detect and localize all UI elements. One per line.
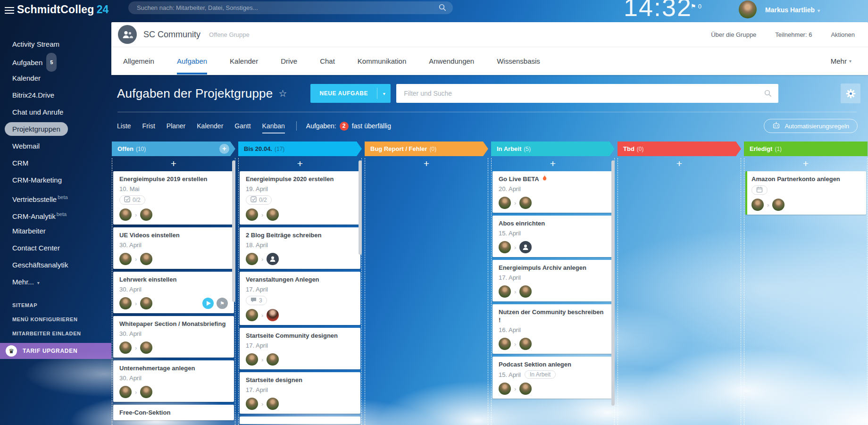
add-card-button[interactable]: +	[619, 158, 740, 169]
task-card[interactable]: Amazon Partnerkonto anlegen›	[745, 171, 866, 215]
start-task-button[interactable]	[202, 298, 214, 309]
sidebar-item-aufgaben[interactable]: Aufgaben5	[0, 53, 111, 70]
creator-avatar[interactable]	[246, 353, 258, 366]
settings-gear-button[interactable]	[841, 83, 860, 103]
assignee-avatar[interactable]	[519, 338, 532, 350]
user-menu[interactable]: Markus Hartlieb▾	[765, 6, 820, 14]
assignee-avatar[interactable]	[267, 398, 279, 410]
add-card-button[interactable]: +	[240, 158, 360, 169]
global-search-input[interactable]	[128, 1, 453, 14]
column-scrollbar[interactable]	[359, 160, 362, 255]
task-card[interactable]: UE Videos einstellen30. April›	[113, 227, 234, 269]
sidebar-item-projektgruppen[interactable]: Projektgruppen	[0, 121, 111, 138]
add-card-button[interactable]: +	[113, 158, 234, 169]
assignee-avatar[interactable]	[519, 241, 532, 253]
sidebar-footer-link-men-konfigurieren[interactable]: MENÜ KONFIGURIEREN	[0, 312, 111, 326]
column-header[interactable]: Bis 20.04.(17)	[238, 142, 362, 156]
sidebar-item-chat-und-anrufe[interactable]: Chat und Anrufe	[0, 104, 111, 121]
creator-avatar[interactable]	[499, 338, 511, 350]
creator-avatar[interactable]	[119, 297, 132, 309]
assignee-avatar[interactable]	[267, 253, 279, 265]
column-header[interactable]: Bug Report / Fehler(0)	[365, 142, 488, 156]
filter-search-input[interactable]	[396, 84, 778, 103]
assignee-avatar[interactable]	[519, 383, 532, 395]
notification-flag[interactable]: ⚑0	[691, 3, 701, 10]
sidebar-item-mehr[interactable]: Mehr...▾	[0, 274, 111, 291]
task-card[interactable]: Startseite Community designen17. April›	[240, 328, 360, 369]
assignee-avatar[interactable]	[140, 208, 152, 221]
sidebar-footer-link-sitemap[interactable]: SITEMAP	[0, 298, 111, 312]
upgrade-banner[interactable]: ♛ TARIF UPGRADEN	[0, 343, 111, 359]
hamburger-menu-icon[interactable]	[5, 7, 14, 16]
creator-avatar[interactable]	[119, 342, 132, 354]
task-card[interactable]: Nutzen der Community beschreiben !16. Ap…	[492, 304, 613, 354]
view-tab-kalender[interactable]: Kalender	[197, 122, 223, 130]
assignee-avatar[interactable]	[140, 342, 152, 354]
group-link-aktionen[interactable]: Aktionen	[831, 31, 855, 38]
column-scrollbar[interactable]	[611, 160, 615, 406]
overdue-count-badge[interactable]: 2	[340, 122, 349, 131]
sidebar-item-mitarbeiter[interactable]: Mitarbeiter	[0, 223, 111, 240]
task-card[interactable]: Veranstaltungen Anlegen17. April3›	[240, 272, 360, 325]
tab-allgemein[interactable]: Allgemein	[123, 47, 154, 75]
sidebar-item-gesch-ftsanalytik[interactable]: Geschäftsanalytik	[0, 257, 111, 274]
assignee-avatar[interactable]	[267, 208, 279, 221]
view-tab-frist[interactable]: Frist	[142, 122, 155, 130]
task-card[interactable]: Abos einrichten15. April›	[492, 216, 613, 257]
add-card-button[interactable]: +	[745, 158, 866, 169]
task-card[interactable]: Go Live BETA20. April›	[492, 171, 613, 213]
tab-anwendungen[interactable]: Anwendungen	[429, 47, 474, 75]
creator-avatar[interactable]	[119, 208, 132, 221]
sidebar-item-bitrix24-drive[interactable]: Bitrix24.Drive	[0, 87, 111, 104]
new-task-button[interactable]: NEUE AUFGABE ▾	[310, 84, 391, 103]
view-tab-liste[interactable]: Liste	[117, 122, 131, 130]
tab-kommunikation[interactable]: Kommunikation	[358, 47, 406, 75]
app-logo[interactable]: SchmidtColleg24	[17, 3, 109, 16]
add-card-button[interactable]: +	[366, 158, 487, 169]
tab-more[interactable]: Mehr▾	[831, 47, 851, 75]
assignee-avatar[interactable]	[140, 386, 152, 398]
assignee-avatar[interactable]	[772, 199, 785, 211]
task-card[interactable]: Free-Con-Sektion	[113, 405, 234, 420]
sidebar-item-crm-marketing[interactable]: CRM-Marketing	[0, 172, 111, 189]
creator-avatar[interactable]	[499, 241, 511, 253]
add-card-button[interactable]: +	[492, 158, 613, 169]
column-header[interactable]: In Arbeit(5)	[491, 142, 615, 156]
creator-avatar[interactable]	[119, 386, 132, 398]
sidebar-item-contact-center[interactable]: Contact Center	[0, 240, 111, 257]
creator-avatar[interactable]	[246, 309, 258, 321]
task-card[interactable]: Whitepaper Section / Monatsbriefing30. A…	[113, 316, 234, 358]
task-card[interactable]: Lehrwerk einstellen30. April›⚑	[113, 272, 234, 313]
sidebar-item-webmail[interactable]: Webmail	[0, 138, 111, 155]
creator-avatar[interactable]	[499, 285, 511, 298]
task-card[interactable]	[240, 417, 360, 424]
tab-wissensbasis[interactable]: Wissensbasis	[497, 47, 540, 75]
sidebar-footer-link-mitarbeiter-einladen[interactable]: MITARBEITER EINLADEN	[0, 326, 111, 341]
column-header[interactable]: Offen(10)+	[112, 142, 235, 156]
new-task-dropdown[interactable]: ▾	[377, 84, 391, 103]
group-avatar[interactable]	[118, 25, 137, 44]
creator-avatar[interactable]	[246, 398, 258, 410]
tab-aufgaben[interactable]: Aufgaben	[177, 47, 207, 75]
column-header[interactable]: Tbd(0)	[618, 142, 741, 156]
flag-task-button[interactable]: ⚑	[217, 298, 228, 309]
column-scrollbar[interactable]	[232, 160, 235, 302]
column-add-icon[interactable]: +	[219, 144, 229, 154]
task-card[interactable]: Unternehmertage anlegen30. April›	[113, 360, 234, 402]
sidebar-item-kalender[interactable]: Kalender	[0, 70, 111, 87]
assignee-avatar[interactable]	[519, 197, 532, 209]
task-card[interactable]: Energieimpuls Archiv anlegen17. April›	[492, 260, 613, 301]
view-tab-kanban[interactable]: Kanban	[262, 122, 285, 130]
view-tab-planer[interactable]: Planer	[167, 122, 185, 130]
assignee-avatar[interactable]	[140, 297, 152, 309]
task-card[interactable]: Podcast Sektion anlegen15. AprilIn Arbei…	[492, 357, 613, 399]
user-avatar[interactable]	[739, 0, 757, 18]
creator-avatar[interactable]	[499, 383, 511, 395]
group-link-ber-die-gruppe[interactable]: Über die Gruppe	[711, 31, 756, 38]
task-card[interactable]: Energieimpulse 2019 erstellen10. Mai0/2›	[113, 171, 234, 225]
task-card[interactable]: 2 Blog Beiträge schreiben18. April›	[240, 227, 360, 269]
view-tab-gantt[interactable]: Gantt	[234, 122, 250, 130]
assignee-avatar[interactable]	[267, 353, 279, 366]
assignee-avatar[interactable]	[140, 253, 152, 265]
creator-avatar[interactable]	[119, 253, 132, 265]
